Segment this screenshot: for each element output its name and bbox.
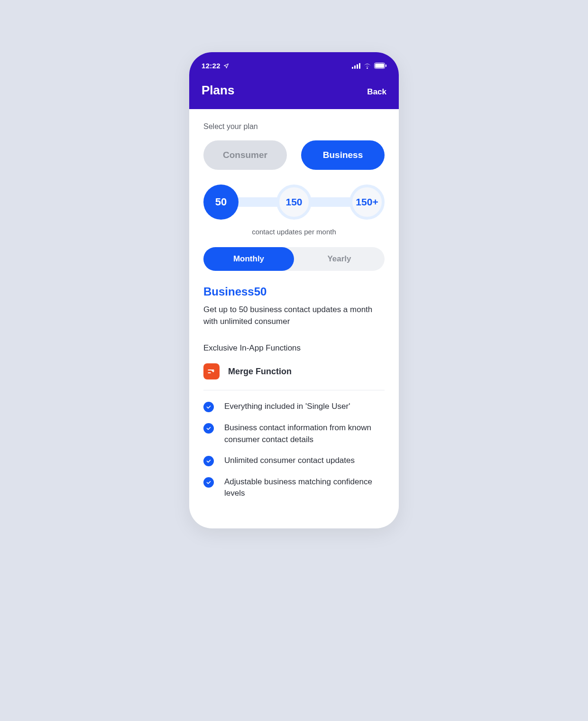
function-row: Merge Function	[203, 363, 385, 379]
plan-name: Business50	[203, 285, 385, 298]
select-plan-label: Select your plan	[203, 122, 385, 131]
status-time: 12:22	[202, 62, 220, 70]
header-area: 12:22 Plans Back	[189, 52, 399, 109]
feature-text: Everything included in 'Single User'	[224, 401, 350, 413]
plan-type-business[interactable]: Business	[301, 140, 385, 170]
billing-yearly[interactable]: Yearly	[294, 247, 385, 271]
tier-option-150[interactable]: 150	[276, 185, 312, 220]
plan-type-consumer[interactable]: Consumer	[203, 140, 287, 170]
cellular-signal-icon	[352, 63, 360, 69]
body: Select your plan Consumer Business 50 15…	[189, 109, 399, 528]
billing-monthly[interactable]: Monthly	[203, 247, 294, 271]
plan-description: Get up to 50 business contact updates a …	[203, 304, 385, 327]
svg-rect-3	[359, 63, 360, 69]
tier-option-50[interactable]: 50	[203, 185, 239, 220]
feature-item: Adjustable business matching confidence …	[203, 476, 385, 499]
phone-frame: 12:22 Plans Back Select y	[189, 52, 399, 528]
svg-rect-6	[386, 65, 386, 67]
check-icon	[203, 423, 214, 434]
feature-item: Unlimited consumer contact updates	[203, 455, 385, 467]
back-button[interactable]: Back	[367, 87, 386, 97]
svg-rect-1	[354, 65, 356, 69]
feature-text: Unlimited consumer contact updates	[224, 455, 355, 467]
function-title: Merge Function	[228, 367, 292, 377]
status-right	[352, 63, 386, 69]
check-icon	[203, 402, 214, 412]
billing-toggle: Monthly Yearly	[203, 247, 385, 271]
status-bar: 12:22	[202, 62, 386, 70]
svg-rect-5	[375, 64, 384, 68]
battery-icon	[374, 63, 386, 69]
feature-text: Business contact information from known …	[224, 422, 385, 445]
wifi-icon	[363, 63, 371, 69]
svg-rect-2	[357, 64, 358, 69]
page-title: Plans	[202, 83, 234, 98]
tier-subtitle: contact updates per month	[203, 228, 385, 236]
tier-selector: 50 150 150+	[203, 184, 385, 220]
feature-text: Adjustable business matching confidence …	[224, 476, 385, 499]
svg-rect-0	[352, 67, 353, 69]
check-icon	[203, 456, 214, 466]
tier-option-150plus[interactable]: 150+	[349, 185, 385, 220]
check-icon	[203, 477, 214, 488]
status-left: 12:22	[202, 62, 229, 70]
title-row: Plans Back	[202, 83, 386, 98]
feature-item: Everything included in 'Single User'	[203, 401, 385, 413]
merge-function-icon	[203, 363, 220, 379]
functions-label: Exclusive In-App Functions	[203, 343, 385, 353]
feature-item: Business contact information from known …	[203, 422, 385, 445]
location-arrow-icon	[223, 63, 229, 69]
plan-type-toggle: Consumer Business	[203, 140, 385, 170]
divider	[203, 390, 385, 390]
